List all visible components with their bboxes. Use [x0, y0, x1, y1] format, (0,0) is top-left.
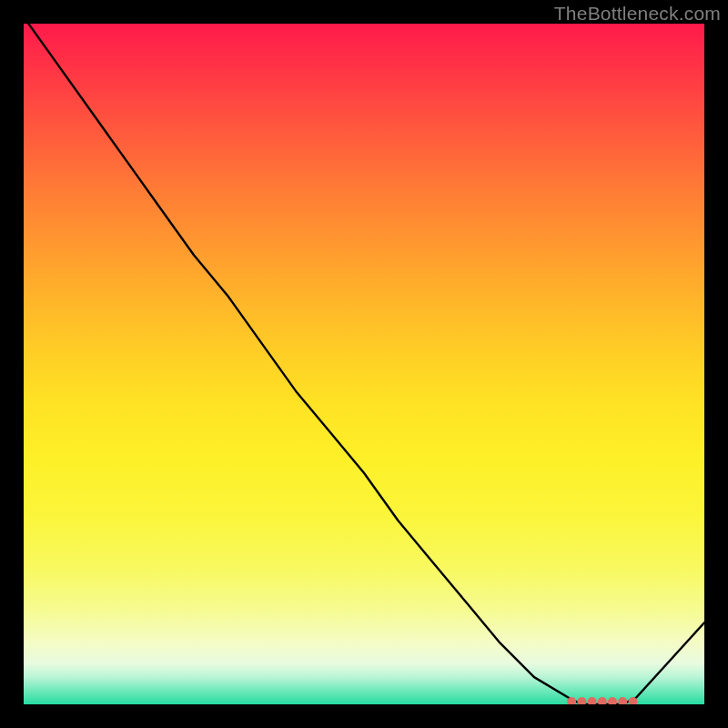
- flat-marker-dot: [608, 697, 617, 704]
- flat-marker-dot: [588, 697, 597, 704]
- flat-marker-dot: [598, 697, 607, 704]
- flat-marker-dot: [618, 697, 627, 704]
- plot-area: [24, 24, 704, 704]
- curve-line: [24, 24, 704, 704]
- watermark-text: TheBottleneck.com: [554, 3, 721, 25]
- flat-marker-dot: [577, 697, 586, 704]
- chart-frame: TheBottleneck.com: [0, 0, 728, 728]
- line-chart: [24, 24, 704, 704]
